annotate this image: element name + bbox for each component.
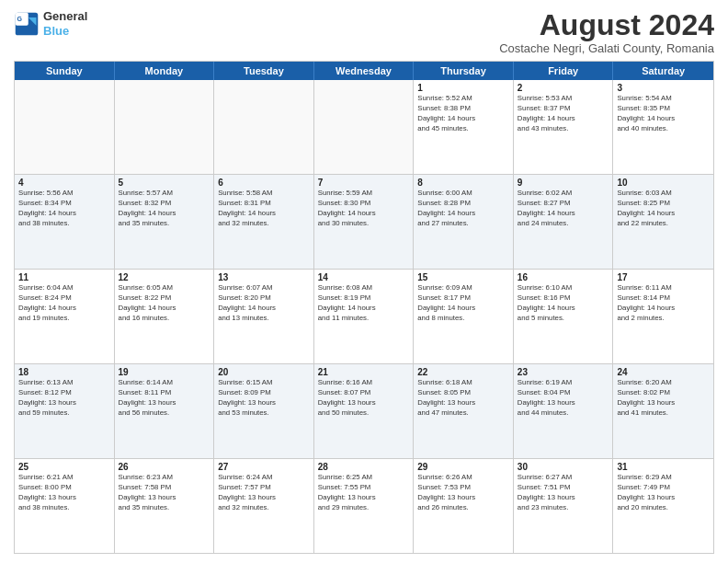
day-cell: 19Sunrise: 6:14 AM Sunset: 8:11 PM Dayli… (115, 364, 215, 458)
calendar-week-row: 18Sunrise: 6:13 AM Sunset: 8:12 PM Dayli… (15, 364, 713, 459)
header-day: Sunday (15, 62, 115, 80)
header-day: Friday (514, 62, 614, 80)
logo-line1: General (43, 9, 87, 24)
page: G General Blue August 2024 Costache Negr… (0, 0, 728, 563)
day-cell: 13Sunrise: 6:07 AM Sunset: 8:20 PM Dayli… (214, 270, 314, 363)
day-number: 25 (18, 462, 110, 472)
day-number: 10 (617, 178, 710, 188)
location: Costache Negri, Galati County, Romania (499, 41, 714, 55)
day-number: 28 (318, 462, 410, 472)
day-detail: Sunrise: 5:52 AM Sunset: 8:38 PM Dayligh… (417, 94, 509, 134)
day-detail: Sunrise: 5:58 AM Sunset: 8:31 PM Dayligh… (218, 189, 310, 229)
day-number: 29 (417, 462, 509, 472)
day-detail: Sunrise: 6:11 AM Sunset: 8:14 PM Dayligh… (617, 283, 710, 324)
day-number: 2 (518, 83, 609, 93)
day-detail: Sunrise: 6:04 AM Sunset: 8:24 PM Dayligh… (18, 283, 110, 324)
day-number: 24 (617, 367, 710, 377)
day-number: 11 (18, 272, 110, 282)
day-number: 3 (617, 83, 710, 93)
day-cell: 28Sunrise: 6:25 AM Sunset: 7:55 PM Dayli… (314, 459, 415, 553)
day-number: 8 (417, 178, 509, 188)
calendar: SundayMondayTuesdayWednesdayThursdayFrid… (14, 61, 714, 554)
day-detail: Sunrise: 6:09 AM Sunset: 8:17 PM Dayligh… (417, 283, 509, 324)
header-row: G General Blue August 2024 Costache Negr… (14, 9, 714, 55)
day-detail: Sunrise: 6:07 AM Sunset: 8:20 PM Dayligh… (218, 283, 310, 324)
day-number: 19 (119, 367, 210, 377)
day-number: 9 (518, 178, 609, 188)
day-detail: Sunrise: 6:02 AM Sunset: 8:27 PM Dayligh… (518, 189, 609, 229)
day-cell: 24Sunrise: 6:20 AM Sunset: 8:02 PM Dayli… (613, 364, 713, 458)
day-cell: 8Sunrise: 6:00 AM Sunset: 8:28 PM Daylig… (414, 175, 514, 269)
day-cell: 7Sunrise: 5:59 AM Sunset: 8:30 PM Daylig… (314, 175, 415, 269)
day-detail: Sunrise: 6:26 AM Sunset: 7:53 PM Dayligh… (417, 473, 509, 513)
logo-text: General Blue (43, 9, 87, 38)
day-detail: Sunrise: 6:16 AM Sunset: 8:07 PM Dayligh… (318, 378, 410, 419)
day-number: 22 (417, 367, 509, 377)
svg-text:G: G (17, 16, 23, 22)
day-number: 6 (218, 178, 310, 188)
day-detail: Sunrise: 6:18 AM Sunset: 8:05 PM Dayligh… (417, 378, 509, 419)
logo-icon: G (14, 11, 40, 37)
day-number: 1 (417, 83, 509, 93)
day-number: 20 (218, 367, 310, 377)
day-detail: Sunrise: 6:21 AM Sunset: 8:00 PM Dayligh… (18, 473, 110, 513)
day-number: 14 (318, 272, 410, 282)
day-detail: Sunrise: 5:56 AM Sunset: 8:34 PM Dayligh… (18, 189, 110, 229)
day-cell: 21Sunrise: 6:16 AM Sunset: 8:07 PM Dayli… (314, 364, 415, 458)
calendar-header: SundayMondayTuesdayWednesdayThursdayFrid… (15, 62, 713, 80)
day-cell: 31Sunrise: 6:29 AM Sunset: 7:49 PM Dayli… (613, 459, 713, 553)
logo: G General Blue (14, 9, 87, 38)
day-cell: 30Sunrise: 6:27 AM Sunset: 7:51 PM Dayli… (514, 459, 614, 553)
day-cell: 22Sunrise: 6:18 AM Sunset: 8:05 PM Dayli… (414, 364, 514, 458)
day-number: 16 (518, 272, 609, 282)
day-number: 31 (617, 462, 710, 472)
day-cell: 9Sunrise: 6:02 AM Sunset: 8:27 PM Daylig… (514, 175, 614, 269)
day-cell: 25Sunrise: 6:21 AM Sunset: 8:00 PM Dayli… (15, 459, 115, 553)
day-cell: 11Sunrise: 6:04 AM Sunset: 8:24 PM Dayli… (15, 270, 115, 363)
day-cell: 3Sunrise: 5:54 AM Sunset: 8:35 PM Daylig… (613, 80, 713, 174)
day-detail: Sunrise: 6:10 AM Sunset: 8:16 PM Dayligh… (518, 283, 609, 324)
header-day: Monday (115, 62, 215, 80)
day-number: 26 (119, 462, 210, 472)
day-detail: Sunrise: 5:54 AM Sunset: 8:35 PM Dayligh… (617, 94, 710, 134)
day-cell: 5Sunrise: 5:57 AM Sunset: 8:32 PM Daylig… (115, 175, 215, 269)
day-cell: 23Sunrise: 6:19 AM Sunset: 8:04 PM Dayli… (514, 364, 614, 458)
header-day: Wednesday (314, 62, 415, 80)
day-number: 23 (518, 367, 609, 377)
day-number: 15 (417, 272, 509, 282)
title-block: August 2024 Costache Negri, Galati Count… (499, 9, 714, 55)
day-cell: 18Sunrise: 6:13 AM Sunset: 8:12 PM Dayli… (15, 364, 115, 458)
day-detail: Sunrise: 6:29 AM Sunset: 7:49 PM Dayligh… (617, 473, 710, 513)
calendar-week-row: 1Sunrise: 5:52 AM Sunset: 8:38 PM Daylig… (15, 80, 713, 175)
day-detail: Sunrise: 5:57 AM Sunset: 8:32 PM Dayligh… (119, 189, 210, 229)
day-number: 17 (617, 272, 710, 282)
month-year: August 2024 (499, 9, 714, 41)
header-day: Tuesday (214, 62, 314, 80)
day-detail: Sunrise: 6:13 AM Sunset: 8:12 PM Dayligh… (18, 378, 110, 419)
day-detail: Sunrise: 6:23 AM Sunset: 7:58 PM Dayligh… (119, 473, 210, 513)
calendar-week-row: 25Sunrise: 6:21 AM Sunset: 8:00 PM Dayli… (15, 459, 713, 553)
day-detail: Sunrise: 6:05 AM Sunset: 8:22 PM Dayligh… (119, 283, 210, 324)
day-cell: 15Sunrise: 6:09 AM Sunset: 8:17 PM Dayli… (414, 270, 514, 363)
day-number: 30 (518, 462, 609, 472)
day-number: 4 (18, 178, 110, 188)
day-cell: 6Sunrise: 5:58 AM Sunset: 8:31 PM Daylig… (214, 175, 314, 269)
day-cell: 26Sunrise: 6:23 AM Sunset: 7:58 PM Dayli… (115, 459, 215, 553)
header-day: Thursday (414, 62, 514, 80)
day-cell: 17Sunrise: 6:11 AM Sunset: 8:14 PM Dayli… (613, 270, 713, 363)
day-detail: Sunrise: 6:20 AM Sunset: 8:02 PM Dayligh… (617, 378, 710, 419)
day-detail: Sunrise: 6:19 AM Sunset: 8:04 PM Dayligh… (518, 378, 609, 419)
day-detail: Sunrise: 6:27 AM Sunset: 7:51 PM Dayligh… (518, 473, 609, 513)
day-number: 5 (119, 178, 210, 188)
day-cell: 1Sunrise: 5:52 AM Sunset: 8:38 PM Daylig… (414, 80, 514, 174)
empty-cell (115, 80, 215, 174)
calendar-body: 1Sunrise: 5:52 AM Sunset: 8:38 PM Daylig… (15, 80, 713, 553)
empty-cell (15, 80, 115, 174)
calendar-week-row: 11Sunrise: 6:04 AM Sunset: 8:24 PM Dayli… (15, 270, 713, 364)
day-cell: 27Sunrise: 6:24 AM Sunset: 7:57 PM Dayli… (214, 459, 314, 553)
day-detail: Sunrise: 6:08 AM Sunset: 8:19 PM Dayligh… (318, 283, 410, 324)
logo-line2: Blue (43, 24, 87, 39)
header-day: Saturday (613, 62, 713, 80)
day-cell: 4Sunrise: 5:56 AM Sunset: 8:34 PM Daylig… (15, 175, 115, 269)
day-cell: 20Sunrise: 6:15 AM Sunset: 8:09 PM Dayli… (214, 364, 314, 458)
